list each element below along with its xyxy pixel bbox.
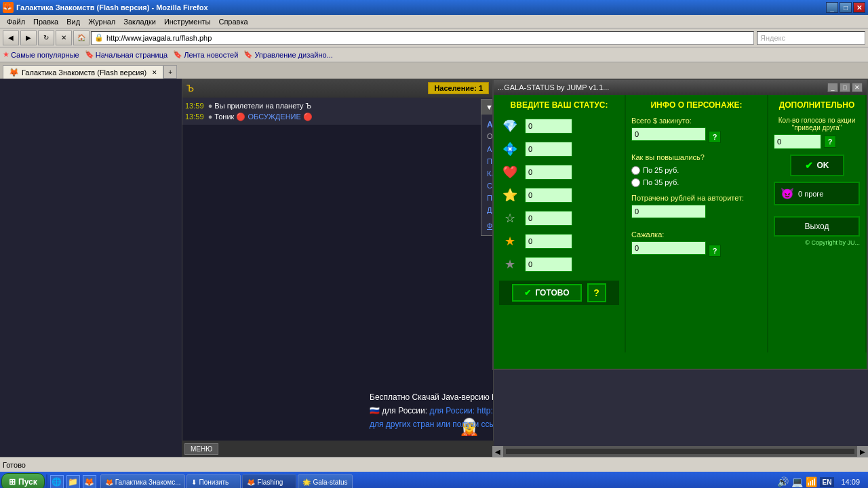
taskbar-program-2[interactable]: ⬇ Понизить (186, 474, 241, 488)
menu-bookmarks[interactable]: Закладки (119, 16, 160, 27)
maximize-button[interactable]: □ (840, 2, 852, 13)
sajda-help-icon[interactable]: ? (709, 245, 721, 257)
total-input[interactable] (631, 127, 706, 141)
home-button[interactable]: 🏠 (73, 30, 90, 45)
scroll-track[interactable] (506, 449, 854, 454)
toolbar: ◀ ▶ ↻ ✕ 🏠 🔒 http://www.javagala.ru/flash… (0, 28, 868, 47)
bottom-text-3: для других стран или получи ссылку по SM… (370, 418, 494, 431)
bookmark-design[interactable]: 🔖 Управление дизайно... (243, 50, 332, 59)
bottom-info-text: Бесплатно Скачай Java-версию Галактики З… (364, 385, 494, 436)
menu-view[interactable]: Вид (62, 16, 84, 27)
language-button[interactable]: EN (820, 477, 835, 487)
window-title: Галактика Знакомств (Flash версия) - Moz… (16, 3, 208, 12)
taskbar-ie-icon[interactable]: 🌐 (50, 475, 64, 488)
game-chat: 13:59 ● Вы прилетели на планету Ъ 13:59 … (182, 98, 493, 125)
gotovo-button[interactable]: ✔ ГОТОВО (512, 284, 581, 302)
status-icon-3: ❤️ (499, 163, 521, 182)
votes-input[interactable] (774, 134, 821, 149)
scroll-right-button[interactable]: ▶ (857, 446, 868, 457)
gala-columns: ВВЕДИТЕ ВАШ СТАТУС: 💎 💠 ❤️ ⭐ (494, 95, 867, 352)
taskbar-program-3[interactable]: 🦊 Flashing (242, 474, 296, 488)
status-input-4[interactable] (525, 188, 572, 203)
gala-scrollbar[interactable]: ◀ ▶ (492, 446, 868, 457)
taskbar-program-1[interactable]: 🦊 Галактика Знакомс... (100, 474, 186, 488)
how-upgraded-label: Как вы повышались? (631, 153, 762, 161)
menu-button[interactable]: МЕНЮ (184, 443, 218, 455)
status-icon-1: 💎 (499, 117, 521, 136)
status-ready-text: Готово (3, 461, 26, 469)
ok-button[interactable]: ✔ OK (790, 155, 844, 176)
gala-maximize-button[interactable]: □ (840, 83, 850, 92)
menu-tools[interactable]: Инструменты (160, 16, 215, 27)
sajda-input[interactable] (631, 241, 706, 255)
new-tab-button[interactable]: + (163, 65, 177, 79)
promo-button[interactable]: 😈 0 проге (774, 182, 860, 205)
exit-button[interactable]: Выход (774, 216, 860, 237)
tab-bar: 🦊 Галактика Знакомств (Flash версия) ✕ + (0, 62, 868, 79)
sys-tray-icon-2: 💻 (791, 476, 803, 487)
game-area: Ъ Население: 1 13:59 ● Вы прилетели на п… (182, 79, 494, 457)
total-label: Всего $ закинуто: (631, 117, 762, 125)
tab-close-icon[interactable]: ✕ (152, 69, 157, 76)
menu-help[interactable]: Справка (214, 16, 252, 27)
bookmark-news[interactable]: 🔖 Лента новостей (173, 50, 238, 59)
sys-tray-icon-1: 🔊 (777, 476, 789, 487)
taskbar-prog1-icon: 🦊 (105, 479, 113, 486)
status-input-5[interactable] (525, 211, 572, 226)
status-input-6[interactable] (525, 234, 572, 249)
gala-col-status: ВВЕДИТЕ ВАШ СТАТУС: 💎 💠 ❤️ ⭐ (494, 95, 626, 352)
status-row-3: ❤️ (499, 163, 619, 182)
votes-help-icon[interactable]: ? (824, 136, 836, 148)
menu-history[interactable]: Журнал (84, 16, 119, 27)
title-bar: 🦊 Галактика Знакомств (Flash версия) - M… (0, 0, 868, 15)
status-icon-7: ★ (499, 255, 521, 274)
bookmark-popular[interactable]: ★ Самые популярные (3, 50, 79, 59)
minimize-button[interactable]: _ (826, 2, 838, 13)
total-help-icon[interactable]: ? (709, 131, 721, 143)
taskbar-program-4[interactable]: 🌟 Gala-status (298, 474, 352, 488)
spent-input[interactable] (631, 205, 706, 218)
taskbar-prog4-icon: 🌟 (302, 479, 311, 486)
help-button[interactable]: ? (587, 283, 606, 302)
copyright-text: © Copyright by JU... (774, 239, 860, 246)
status-icon-4: ⭐ (499, 186, 521, 205)
menu-file[interactable]: Файл (3, 16, 29, 27)
bookmark-home[interactable]: 🔖 Начальная страница (85, 50, 167, 59)
taskbar-prog3-icon: 🦊 (247, 479, 255, 486)
start-button[interactable]: ⊞ Пуск (1, 473, 45, 488)
address-bar[interactable]: 🔒 http://www.javagala.ru/flash.php (91, 31, 754, 45)
browser-content: Ъ Население: 1 13:59 ● Вы прилетели на п… (0, 79, 868, 457)
status-input-3[interactable] (525, 165, 572, 180)
population-badge: Население: 1 (428, 82, 489, 94)
status-row-5: ☆ (499, 209, 619, 228)
gala-minimize-button[interactable]: _ (827, 83, 838, 92)
gala-close-button[interactable]: ✕ (852, 83, 863, 92)
col2-title: ИНФО О ПЕРСОНАЖЕ: (631, 100, 762, 110)
java-link[interactable]: для России: http://javagala.ru/get/ (429, 406, 494, 415)
status-input-7[interactable] (525, 257, 572, 272)
taskbar-folder-icon[interactable]: 📁 (66, 475, 80, 488)
col1-title: ВВЕДИТЕ ВАШ СТАТУС: (499, 100, 619, 110)
taskbar-firefox-icon[interactable]: 🦊 (83, 475, 96, 488)
status-input-1[interactable] (525, 119, 572, 134)
discussion-link[interactable]: ОБСУЖДЕНИЕ 🔴 (248, 113, 312, 121)
close-button[interactable]: ✕ (853, 2, 865, 13)
forward-button[interactable]: ▶ (20, 30, 37, 45)
stop-button[interactable]: ✕ (56, 30, 72, 45)
status-input-2[interactable] (525, 142, 572, 157)
search-box[interactable]: Яндекс (757, 31, 865, 45)
sys-tray-icon-3: 📶 (806, 476, 817, 487)
scroll-left-button[interactable]: ◀ (492, 446, 503, 457)
back-button[interactable]: ◀ (3, 30, 19, 45)
browser-tab[interactable]: 🦊 Галактика Знакомств (Flash версия) ✕ (3, 65, 163, 79)
status-row-1: 💎 (499, 117, 619, 136)
radio-25[interactable] (631, 166, 640, 175)
gala-title-buttons: _ □ ✕ (827, 83, 863, 92)
spent-label: Потрачено рублей на авторитет: (631, 194, 762, 202)
game-bottom-bar: МЕНЮ (182, 441, 494, 457)
menu-edit[interactable]: Правка (29, 16, 62, 27)
radio-row-2: По 35 руб. (631, 176, 762, 188)
radio-35[interactable] (631, 178, 640, 187)
status-icon-2: 💠 (499, 140, 521, 159)
reload-button[interactable]: ↻ (38, 30, 54, 45)
